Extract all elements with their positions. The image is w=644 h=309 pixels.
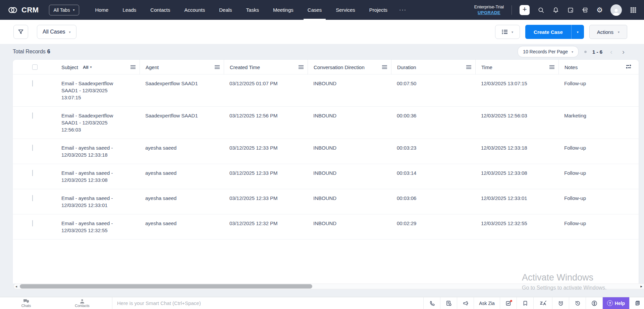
create-case-dropdown[interactable]: ▾ (571, 25, 584, 39)
chats-tab[interactable]: Chats (0, 297, 52, 309)
display-mode-toggle[interactable]: ▾ (495, 25, 520, 39)
column-label: Time (481, 64, 492, 70)
alarm-clock-icon[interactable] (552, 297, 569, 309)
calendar-icon[interactable] (567, 6, 574, 13)
column-menu-icon[interactable] (215, 64, 220, 70)
top-navigation: CRM All Tabs ▾ HomeLeadsContactsAccounts… (0, 0, 644, 20)
clipboard-icon[interactable] (629, 297, 644, 309)
row-checkbox[interactable] (32, 170, 33, 176)
column-header-notes[interactable]: Notes (558, 60, 639, 74)
cell-subject[interactable]: Email - ayesha saeed - 12/03/2025 12:33:… (50, 195, 140, 209)
cell-subject[interactable]: Email - ayesha saeed - 12/03/2025 12:33:… (50, 169, 140, 184)
bookmark-icon[interactable] (517, 297, 533, 309)
phone-icon[interactable] (423, 297, 440, 309)
all-tabs-dropdown[interactable]: All Tabs ▾ (49, 5, 79, 15)
tab-deals[interactable]: Deals (212, 0, 239, 20)
column-label: Notes (565, 64, 578, 70)
row-checkbox[interactable] (32, 112, 33, 119)
row-checkbox[interactable] (32, 80, 33, 87)
column-header-conversation-direction[interactable]: Conversation Direction (308, 60, 391, 74)
history-icon[interactable] (569, 297, 586, 309)
zia-insights-icon[interactable] (500, 297, 517, 309)
help-button[interactable]: ? Help (602, 297, 629, 309)
app-grid-icon[interactable] (630, 6, 637, 13)
cell-time: 12/03/2025 12:56:03 (475, 112, 558, 133)
table-row[interactable]: Email - ayesha saeed - 12/03/2025 12:33:… (13, 189, 639, 214)
marketplace-icon[interactable] (582, 6, 589, 13)
megaphone-icon[interactable] (457, 297, 474, 309)
tab-projects[interactable]: Projects (362, 0, 394, 20)
subject-filter-dropdown[interactable]: All ▾ (83, 65, 92, 70)
cell-notes: Follow-up (558, 169, 639, 184)
scroll-left-arrow-icon[interactable]: ◂ (15, 284, 17, 289)
records-per-page-dropdown[interactable]: 10 Records Per Page ▾ (518, 46, 579, 57)
row-checkbox[interactable] (32, 195, 33, 201)
table-row[interactable]: Email - Saadexpertflow SAAD1 - 12/03/202… (13, 74, 639, 107)
cell-subject[interactable]: Email - ayesha saeed - 12/03/2025 12:33:… (50, 144, 140, 158)
row-checkbox[interactable] (32, 145, 33, 151)
row-checkbox[interactable] (32, 220, 33, 226)
cell-conversation-direction: INBOUND (308, 144, 391, 158)
customize-columns-icon[interactable] (626, 64, 631, 70)
chevron-down-icon: ▾ (577, 30, 579, 34)
column-header-subject[interactable]: Subject All ▾ (50, 60, 140, 74)
previous-page-button[interactable]: ‹ (608, 48, 614, 56)
ask-zia-button[interactable]: Ask Zia (474, 297, 500, 309)
cell-subject[interactable]: Email - Saadexpertflow SAAD1 - 12/03/202… (50, 80, 140, 101)
notifications-bell-icon[interactable] (552, 6, 559, 13)
search-icon[interactable] (537, 6, 544, 13)
column-menu-icon[interactable] (130, 64, 136, 70)
tab-home[interactable]: Home (88, 0, 115, 20)
column-menu-icon[interactable] (549, 64, 554, 70)
quick-create-button[interactable]: + (520, 5, 530, 15)
chats-label: Chats (21, 304, 31, 308)
tab-cases[interactable]: Cases (301, 0, 329, 20)
smart-chat-input[interactable] (117, 300, 423, 306)
horizontal-scrollbar[interactable]: ◂ ▸ (13, 284, 644, 289)
scroll-right-arrow-icon[interactable]: ▸ (640, 284, 642, 289)
more-tabs-button[interactable]: ··· (394, 7, 411, 13)
user-avatar[interactable] (610, 4, 622, 16)
tab-tasks[interactable]: Tasks (239, 0, 266, 20)
column-header-agent[interactable]: Agent (140, 60, 224, 74)
select-all-checkbox[interactable] (32, 64, 38, 70)
cell-duration: 00:03:06 (391, 195, 475, 209)
upgrade-link[interactable]: UPGRADE (474, 10, 504, 16)
column-menu-icon[interactable] (382, 64, 387, 70)
tab-leads[interactable]: Leads (115, 0, 143, 20)
cell-subject[interactable]: Email - Saadexpertflow SAAD1 - 12/03/202… (50, 112, 140, 133)
tab-accounts[interactable]: Accounts (177, 0, 212, 20)
tab-contacts[interactable]: Contacts (143, 0, 177, 20)
table-row[interactable]: Email - Saadexpertflow SAAD1 - 12/03/202… (13, 107, 639, 139)
filter-button[interactable] (13, 25, 28, 39)
column-label: Duration (397, 64, 416, 70)
view-selector[interactable]: All Cases ▾ (37, 25, 76, 39)
next-page-button[interactable]: › (620, 48, 627, 56)
table-row[interactable]: Email - ayesha saeed - 12/03/2025 12:33:… (13, 139, 639, 164)
accessibility-icon[interactable] (586, 297, 602, 309)
column-header-created-time[interactable]: Created Time (224, 60, 308, 74)
scrollbar-thumb[interactable] (20, 284, 312, 289)
tab-services[interactable]: Services (329, 0, 362, 20)
view-selector-label: All Cases (43, 29, 65, 35)
column-menu-icon[interactable] (466, 64, 471, 70)
table-row[interactable]: Email - ayesha saeed - 12/03/2025 12:33:… (13, 164, 639, 189)
chevron-down-icon: ▾ (73, 8, 74, 12)
zia-signals-icon[interactable] (533, 297, 552, 309)
column-menu-icon[interactable] (299, 64, 304, 70)
table-row[interactable]: Email - ayesha saeed - 12/03/2025 12:32:… (13, 214, 639, 240)
cell-duration: 00:07:50 (391, 80, 475, 101)
page-jump-icon[interactable] (584, 51, 587, 53)
tab-meetings[interactable]: Meetings (266, 0, 301, 20)
column-header-time[interactable]: Time (475, 60, 558, 74)
actions-button[interactable]: Actions ▾ (589, 25, 627, 39)
total-records-label: Total Records (13, 49, 46, 55)
feedback-document-icon[interactable] (440, 297, 457, 309)
contacts-tab[interactable]: Contacts (52, 297, 112, 309)
cell-subject[interactable]: Email - ayesha saeed - 12/03/2025 12:32:… (50, 220, 140, 234)
create-case-button[interactable]: Create Case (525, 25, 571, 39)
cell-notes: Follow-up (558, 144, 639, 158)
column-header-duration[interactable]: Duration (391, 60, 475, 74)
settings-gear-icon[interactable]: ⚙ (596, 6, 603, 14)
app-title: CRM (21, 6, 39, 14)
